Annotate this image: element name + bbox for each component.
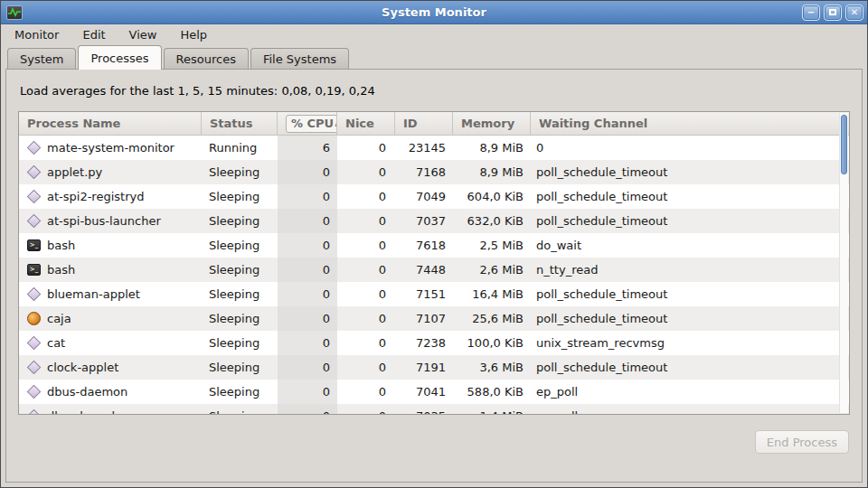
table-row[interactable]: dbus-daemon Sleeping 0 0 7041 588,0 KiB … [19, 380, 849, 404]
diamond-icon [27, 361, 41, 374]
process-name: bash [47, 239, 75, 252]
process-memory: 604,0 KiB [453, 184, 531, 209]
process-id: 7037 [395, 209, 453, 233]
process-nice: 0 [337, 380, 395, 404]
process-id: 7448 [395, 258, 453, 282]
process-id: 7618 [395, 233, 453, 258]
sorted-column-label: % CPU [291, 117, 334, 130]
process-waiting-channel: poll_schedule_timeout [531, 209, 849, 233]
process-id: 7151 [395, 282, 453, 306]
process-name: cat [47, 336, 65, 350]
minimize-button[interactable]: − [802, 5, 820, 21]
process-status: Sleeping [202, 282, 278, 306]
table-row[interactable]: mate-system-monitor Running 6 0 23145 8,… [19, 136, 849, 160]
tab-resources[interactable]: Resources [164, 48, 249, 69]
table-row[interactable]: blueman-applet Sleeping 0 0 7151 16,4 Mi… [19, 282, 849, 306]
system-monitor-window: System Monitor −✕ MonitorEditViewHelp Sy… [0, 0, 868, 488]
scrollbar-thumb[interactable] [841, 115, 847, 174]
vertical-scrollbar[interactable] [839, 113, 848, 413]
process-cpu: 0 [278, 282, 337, 306]
column-header-id[interactable]: ID [395, 112, 453, 135]
titlebar[interactable]: System Monitor −✕ [1, 1, 867, 24]
tab-processes[interactable]: Processes [78, 45, 161, 70]
process-table: Process NameStatus% CPU∧NiceIDMemoryWait… [18, 111, 850, 415]
process-memory: 588,0 KiB [453, 380, 531, 404]
process-nice: 0 [337, 306, 395, 331]
table-row[interactable]: dbus-launch Sleeping 0 0 7035 1,4 MiB ep… [19, 404, 849, 415]
process-id: 7238 [395, 331, 453, 355]
tab-system[interactable]: System [7, 48, 76, 69]
process-status: Sleeping [202, 331, 278, 355]
process-id: 7035 [395, 404, 453, 415]
menu-item-help[interactable]: Help [172, 25, 215, 44]
maximize-icon [829, 9, 836, 15]
end-process-button[interactable]: End Process [755, 430, 849, 454]
process-memory: 3,6 MiB [453, 355, 531, 380]
process-waiting-channel: poll_schedule_timeout [531, 282, 849, 306]
process-cpu: 0 [278, 331, 337, 355]
process-id: 7107 [395, 306, 453, 331]
column-header-process-name[interactable]: Process Name [19, 112, 202, 135]
column-header-waiting-channel[interactable]: Waiting Channel [531, 112, 849, 135]
process-nice: 0 [337, 258, 395, 282]
menu-bar: MonitorEditViewHelp [1, 24, 867, 45]
diamond-icon [27, 287, 41, 301]
process-name: clock-applet [47, 361, 118, 374]
process-cpu: 0 [278, 160, 337, 184]
process-id: 7049 [395, 184, 453, 209]
process-nice: 0 [337, 404, 395, 415]
table-row[interactable]: applet.py Sleeping 0 0 7168 8,9 MiB poll… [19, 160, 849, 184]
column-header-status[interactable]: Status [202, 112, 278, 135]
process-name: caja [47, 312, 71, 325]
process-status: Sleeping [202, 233, 278, 258]
process-memory: 2,5 MiB [453, 233, 531, 258]
diamond-icon [27, 165, 41, 179]
close-button[interactable]: ✕ [845, 5, 863, 21]
table-row[interactable]: bash Sleeping 0 0 7618 2,5 MiB do_wait [19, 233, 849, 258]
process-waiting-channel: 0 [531, 136, 849, 160]
process-status: Running [202, 136, 278, 160]
diamond-icon [27, 409, 41, 415]
process-cpu: 0 [278, 404, 337, 415]
process-memory: 16,4 MiB [453, 282, 531, 306]
column-header--cpu[interactable]: % CPU∧ [278, 112, 337, 135]
process-name: at-spi-bus-launcher [47, 214, 161, 228]
menu-item-monitor[interactable]: Monitor [6, 25, 67, 44]
process-nice: 0 [337, 209, 395, 233]
maximize-button[interactable] [824, 5, 842, 21]
window-controls: −✕ [802, 5, 863, 21]
menu-item-view[interactable]: View [121, 25, 165, 44]
table-header: Process NameStatus% CPU∧NiceIDMemoryWait… [19, 112, 849, 136]
table-row[interactable]: at-spi-bus-launcher Sleeping 0 0 7037 63… [19, 209, 849, 233]
table-row[interactable]: caja Sleeping 0 0 7107 25,6 MiB poll_sch… [19, 306, 849, 331]
table-row[interactable]: clock-applet Sleeping 0 0 7191 3,6 MiB p… [19, 355, 849, 380]
menu-item-edit[interactable]: Edit [74, 25, 113, 44]
process-name: blueman-applet [47, 287, 140, 301]
table-row[interactable]: bash Sleeping 0 0 7448 2,6 MiB n_tty_rea… [19, 258, 849, 282]
process-memory: 100,0 KiB [453, 331, 531, 355]
process-waiting-channel: ep_poll [531, 404, 849, 415]
process-status: Sleeping [202, 380, 278, 404]
action-bar: End Process [18, 415, 850, 454]
processes-panel: Load averages for the last 1, 5, 15 minu… [5, 69, 863, 483]
process-name: dbus-launch [47, 409, 119, 415]
table-row[interactable]: at-spi2-registryd Sleeping 0 0 7049 604,… [19, 184, 849, 209]
process-nice: 0 [337, 331, 395, 355]
process-status: Sleeping [202, 258, 278, 282]
process-nice: 0 [337, 160, 395, 184]
process-waiting-channel: poll_schedule_timeout [531, 184, 849, 209]
column-header-memory[interactable]: Memory [453, 112, 531, 135]
process-waiting-channel: poll_schedule_timeout [531, 306, 849, 331]
diamond-icon [27, 141, 41, 155]
process-id: 7191 [395, 355, 453, 380]
process-cpu: 0 [278, 184, 337, 209]
table-row[interactable]: cat Sleeping 0 0 7238 100,0 KiB unix_str… [19, 331, 849, 355]
tab-strip: SystemProcessesResourcesFile Systems [1, 45, 867, 69]
process-status: Sleeping [202, 160, 278, 184]
diamond-icon [27, 214, 41, 228]
process-waiting-channel: poll_schedule_timeout [531, 355, 849, 380]
tab-file-systems[interactable]: File Systems [250, 48, 349, 69]
process-cpu: 0 [278, 380, 337, 404]
column-header-nice[interactable]: Nice [337, 112, 395, 135]
table-body: mate-system-monitor Running 6 0 23145 8,… [19, 136, 849, 415]
